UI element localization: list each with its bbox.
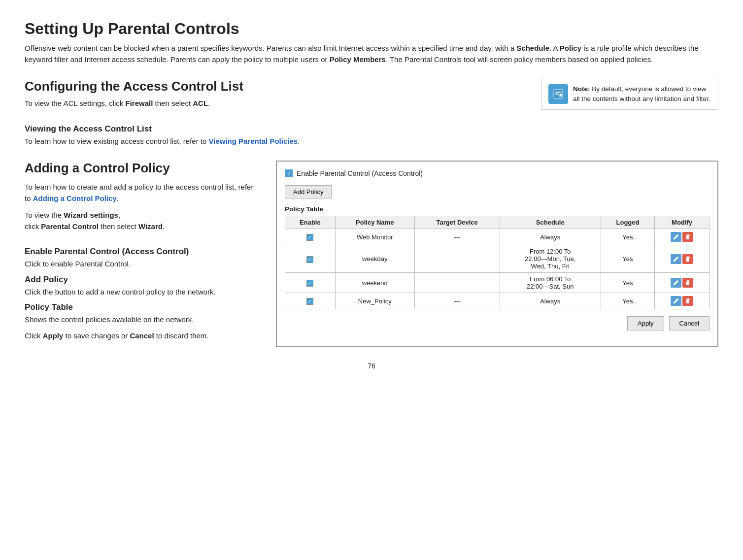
table-row: ✓weekendFrom 06:00 To 22:00---Sat, SunYe…: [285, 273, 709, 293]
add-policy-button[interactable]: Add Policy: [285, 185, 332, 198]
edit-icon: [671, 254, 681, 264]
delete-button[interactable]: [682, 277, 693, 288]
col-target-device: Target Device: [414, 216, 500, 229]
adding-para2-prefix: To view the: [25, 211, 64, 219]
enable-pc-text: Click to enable Parental Control.: [25, 259, 261, 270]
row-schedule: From 06:00 To 22:00---Sat, Sun: [500, 273, 601, 293]
adding-para2-mid2: then select: [99, 222, 138, 231]
row-modify: [655, 229, 709, 245]
policy-table: Enable Policy Name Target Device Schedul…: [285, 216, 709, 309]
cancel-bold: Cancel: [130, 331, 154, 340]
viewing-link[interactable]: Viewing Parental Policies: [209, 137, 298, 145]
delete-button[interactable]: [682, 296, 693, 306]
table-row: ✓weekdayFrom 12:00 To 22:00---Mon, Tue, …: [285, 245, 709, 273]
svg-rect-2: [686, 235, 690, 236]
ui-panel: ✓ Enable Parental Control (Access Contro…: [276, 161, 718, 347]
row-schedule: From 12:00 To 22:00---Mon, Tue, Wed, Thu…: [500, 245, 601, 273]
edit-button[interactable]: [671, 231, 681, 242]
trash-icon: [682, 278, 693, 288]
row-logged: Yes: [601, 293, 654, 309]
svg-rect-12: [687, 298, 689, 299]
row-checkbox[interactable]: ✓: [306, 280, 313, 287]
delete-button[interactable]: [682, 231, 693, 242]
enable-pc-title: Enable Parental Control (Access Control): [25, 247, 261, 257]
adding-bold-wizard2: Wizard: [138, 222, 163, 231]
row-policy-name: weekday: [335, 245, 414, 273]
svg-rect-3: [687, 234, 689, 235]
note-icon: [548, 84, 568, 104]
enable-parental-row: ✓ Enable Parental Control (Access Contro…: [285, 169, 709, 177]
row-modify: [655, 293, 709, 309]
apply-button[interactable]: Apply: [627, 316, 664, 330]
row-policy-name: New_Policy: [335, 293, 414, 309]
adding-title: Adding a Control Policy: [25, 161, 261, 176]
edit-button[interactable]: [671, 254, 681, 264]
row-checkbox[interactable]: ✓: [306, 256, 313, 263]
svg-rect-10: [686, 300, 689, 303]
apply-mid: to save changes or: [63, 331, 130, 340]
row-logged: Yes: [601, 273, 654, 293]
adding-bold-parental: Parental Control: [41, 222, 99, 231]
viewing-text-end: .: [298, 137, 300, 145]
delete-button[interactable]: [682, 254, 693, 264]
adding-para2-end: .: [163, 222, 165, 231]
adding-para2-mid: ,: [118, 211, 120, 219]
col-enable: Enable: [285, 216, 336, 229]
row-logged: Yes: [601, 245, 654, 273]
intro-text-2: . A: [549, 44, 560, 52]
adding-para1: To learn how to create and add a policy …: [25, 182, 261, 204]
viewing-section: Viewing the Access Control List To learn…: [25, 124, 718, 147]
row-checkbox[interactable]: ✓: [306, 234, 313, 241]
adding-policy-link[interactable]: Adding a Control Policy: [33, 194, 117, 202]
col-modify: Modify: [655, 216, 709, 229]
adding-bold-wizard: Wizard settings: [64, 211, 118, 219]
policy-table-label: Policy Table: [285, 205, 709, 213]
bottom-descriptions: Enable Parental Control (Access Control)…: [25, 247, 261, 341]
apply-prefix: Click: [25, 331, 43, 340]
row-logged: Yes: [601, 229, 654, 245]
enable-parental-checkbox[interactable]: ✓: [285, 169, 293, 177]
table-header-row: Enable Policy Name Target Device Schedul…: [285, 216, 709, 229]
acl-text-mid: then select: [153, 99, 193, 107]
viewing-text-prefix: To learn how to view existing access con…: [25, 137, 209, 145]
svg-rect-4: [686, 258, 689, 262]
page-number: 76: [25, 362, 718, 370]
edit-icon: [671, 296, 681, 306]
acl-text-end: .: [208, 99, 210, 107]
actions-row: Apply Cancel: [285, 316, 709, 330]
edit-icon: [671, 232, 681, 242]
svg-rect-1: [686, 236, 689, 239]
acl-bold-firewall: Firewall: [126, 99, 153, 107]
row-policy-name: weekend: [335, 273, 414, 293]
edit-button[interactable]: [671, 277, 681, 288]
col-schedule: Schedule: [500, 216, 601, 229]
table-row: ✓New_Policy---AlwaysYes: [285, 293, 709, 309]
page-title: Setting Up Parental Controls: [25, 20, 718, 38]
enable-parental-label: Enable Parental Control (Access Control): [297, 169, 423, 177]
adding-para1-end: .: [117, 194, 119, 202]
acl-text-prefix: To view the ACL settings, click: [25, 99, 126, 107]
row-checkbox[interactable]: ✓: [306, 298, 313, 305]
row-modify: [655, 273, 709, 293]
cancel-button[interactable]: Cancel: [669, 316, 709, 330]
add-policy-btn-wrapper: Add Policy: [285, 185, 709, 205]
policy-table-text: Shows the control policies available on …: [25, 314, 261, 326]
table-row: ✓Web Monitor---AlwaysYes: [285, 229, 709, 245]
note-text: Note: By default, everyone is allowed to…: [573, 84, 711, 104]
intro-text-4: . The Parental Controls tool will screen…: [386, 55, 653, 64]
svg-rect-8: [686, 281, 690, 282]
note-body: By default, everyone is allowed to view …: [573, 85, 710, 102]
acl-bold-acl: ACL: [193, 99, 208, 107]
note-label: Note:: [573, 85, 590, 93]
add-policy-text: Click the button to add a new control po…: [25, 287, 261, 298]
intro-paragraph: Offensive web content can be blocked whe…: [25, 43, 718, 65]
adding-para2: To view the Wizard settings, click Paren…: [25, 210, 261, 232]
row-policy-name: Web Monitor: [335, 229, 414, 245]
edit-button[interactable]: [671, 296, 681, 306]
row-target-device: [414, 245, 500, 273]
edit-icon: [671, 278, 681, 288]
row-target-device: ---: [414, 293, 500, 309]
svg-rect-7: [686, 282, 689, 285]
trash-icon: [682, 232, 693, 242]
adding-para2-newline: click: [25, 222, 41, 231]
